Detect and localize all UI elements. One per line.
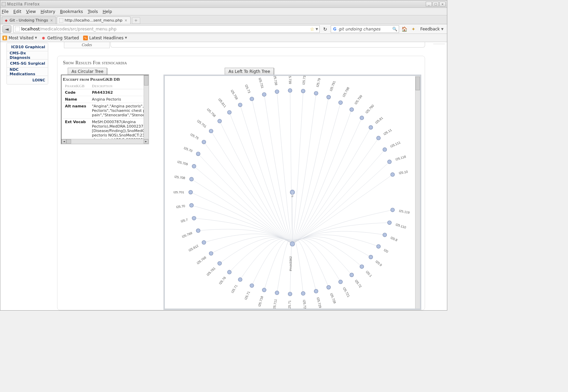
svg-point-72 bbox=[301, 89, 305, 93]
menu-file[interactable]: File bbox=[2, 9, 9, 14]
svg-text:I25.798: I25.798 bbox=[342, 87, 350, 98]
svg-text:I25.71: I25.71 bbox=[288, 300, 292, 309]
svg-point-34 bbox=[218, 261, 222, 265]
svg-point-48 bbox=[189, 177, 193, 181]
svg-point-36 bbox=[209, 251, 213, 255]
graph-vscrollbar[interactable] bbox=[415, 76, 420, 309]
svg-text:I25.718: I25.718 bbox=[257, 296, 264, 307]
feedback-button[interactable]: Feedback▼ bbox=[419, 27, 445, 31]
svg-text:I25.711: I25.711 bbox=[272, 299, 278, 309]
svg-point-0 bbox=[391, 208, 394, 212]
excerpt-hscrollbar[interactable]: ◄ ► bbox=[62, 139, 148, 144]
home-button[interactable]: 🏠 bbox=[401, 26, 408, 32]
sidebar-item-cms-dx[interactable]: CMS-Dx Diagnosis bbox=[7, 51, 48, 60]
svg-point-58 bbox=[218, 119, 222, 123]
svg-text:I25.761: I25.761 bbox=[206, 266, 216, 277]
svg-text:I25.75: I25.75 bbox=[190, 132, 199, 140]
bookmark-latest-headlines[interactable]: ∿ Latest Headlines ▼ bbox=[83, 36, 127, 40]
svg-point-26 bbox=[262, 288, 266, 292]
svg-text:I20.1: I20.1 bbox=[365, 270, 373, 278]
svg-point-88 bbox=[383, 148, 386, 152]
svg-point-86 bbox=[377, 136, 380, 140]
svg-text:I25.790: I25.790 bbox=[365, 104, 375, 114]
svg-text:I20.9: I20.9 bbox=[375, 260, 383, 267]
sidebar-item-loinc[interactable]: LOINC bbox=[7, 76, 48, 84]
svg-text:I25.709: I25.709 bbox=[177, 160, 188, 166]
url-input[interactable]: localhost/medicalcodes/src/present_menu.… bbox=[13, 25, 320, 33]
menu-edit[interactable]: Edit bbox=[13, 9, 21, 14]
menu-tools[interactable]: Tools bbox=[88, 9, 98, 14]
search-input[interactable]: G git undoing changes 🔍 bbox=[331, 25, 399, 33]
maximize-button[interactable]: □ bbox=[433, 2, 439, 6]
tree-graph[interactable]: I25.119I25.110I20.8I20I20.9I20.1I25.72I2… bbox=[163, 75, 421, 310]
svg-text:I25.738: I25.738 bbox=[273, 76, 278, 86]
sidebar-item-cms-sg[interactable]: CMS-SG Surgical bbox=[7, 60, 48, 68]
svg-text:I20.8: I20.8 bbox=[390, 236, 398, 242]
folder-icon: ▮ bbox=[2, 36, 7, 40]
url-dropdown-icon[interactable]: ▼ bbox=[316, 27, 318, 31]
search-text: git undoing changes bbox=[339, 27, 391, 31]
tab-git[interactable]: ◆ Git - Undoing Things × bbox=[2, 16, 56, 24]
svg-point-8 bbox=[369, 255, 373, 259]
firefox-icon: ● bbox=[41, 36, 46, 40]
bookmark-getting-started[interactable]: ● Getting Started bbox=[41, 36, 79, 40]
sidebar-item-icd10[interactable]: ICD10 Graphical bbox=[7, 43, 48, 51]
excerpt-vscrollbar[interactable] bbox=[144, 75, 148, 139]
svg-point-66 bbox=[262, 92, 266, 96]
ltr-tree-button[interactable]: As Left To Rigth Tree bbox=[225, 68, 274, 75]
table-header-b: Description bbox=[90, 83, 144, 89]
svg-point-2 bbox=[387, 221, 391, 224]
tab-close-icon[interactable]: × bbox=[124, 18, 128, 22]
svg-point-60 bbox=[227, 110, 231, 114]
close-button[interactable]: × bbox=[439, 2, 446, 6]
svg-point-10 bbox=[360, 265, 364, 269]
svg-point-90 bbox=[387, 160, 391, 164]
svg-point-4 bbox=[383, 233, 386, 237]
chevron-down-icon: ▼ bbox=[35, 36, 37, 39]
menu-view[interactable]: View bbox=[26, 9, 36, 14]
results-heading: Show Results For stenocardia bbox=[63, 60, 421, 66]
svg-point-52 bbox=[196, 152, 200, 156]
pharm-table: PharmKGB Description Code PA443362 Name bbox=[63, 83, 144, 139]
svg-text:I25.730: I25.730 bbox=[302, 76, 306, 85]
tab-localhost[interactable]: http://localho…sent_menu.php × bbox=[57, 16, 131, 24]
svg-text:PA443362: PA443362 bbox=[289, 256, 292, 271]
svg-point-97 bbox=[290, 242, 294, 246]
git-icon: ◆ bbox=[4, 18, 8, 23]
minimize-button[interactable]: _ bbox=[426, 2, 432, 6]
table-row: Name Angina Pectoris bbox=[63, 96, 144, 103]
menu-history[interactable]: History bbox=[41, 9, 55, 14]
svg-point-54 bbox=[202, 140, 206, 144]
svg-text:I25.7: I25.7 bbox=[180, 218, 188, 223]
bookmark-star-icon[interactable]: ☆ bbox=[310, 26, 314, 32]
menu-bookmarks[interactable]: Bookmarks bbox=[60, 9, 83, 14]
back-button[interactable]: ◄ bbox=[2, 25, 11, 33]
svg-text:I25.739: I25.739 bbox=[288, 76, 292, 84]
svg-point-14 bbox=[339, 280, 342, 284]
svg-text:I25.759: I25.759 bbox=[230, 89, 239, 100]
svg-text:I25.79: I25.79 bbox=[315, 78, 321, 87]
search-go-icon[interactable]: 🔍 bbox=[392, 27, 397, 31]
svg-point-38 bbox=[202, 240, 206, 244]
addon-button[interactable]: ✦ bbox=[410, 26, 417, 32]
svg-point-62 bbox=[238, 103, 242, 107]
svg-text:I25.71: I25.71 bbox=[244, 291, 251, 300]
sidebar-item-ndc[interactable]: NDC Medications bbox=[7, 68, 48, 76]
favicon-icon bbox=[15, 27, 20, 31]
menu-help[interactable]: Help bbox=[103, 9, 112, 14]
svg-point-42 bbox=[192, 216, 196, 220]
tab-close-icon[interactable]: × bbox=[50, 18, 54, 22]
url-text: localhost/medicalcodes/src/present_menu.… bbox=[21, 27, 308, 31]
codes-tab[interactable]: Codes bbox=[64, 42, 110, 48]
svg-point-68 bbox=[275, 90, 279, 93]
svg-text:I25.81: I25.81 bbox=[374, 116, 384, 125]
table-row: Alt names "Angina","Angina pectoris","An… bbox=[63, 103, 144, 119]
svg-point-74 bbox=[314, 91, 318, 95]
bookmark-most-visited[interactable]: ▮ Most Visited ▼ bbox=[2, 36, 37, 40]
new-tab-button[interactable]: + bbox=[132, 17, 140, 24]
svg-text:I25.791: I25.791 bbox=[329, 80, 336, 92]
reload-button[interactable]: ↻ bbox=[322, 26, 329, 32]
svg-point-78 bbox=[339, 101, 342, 104]
circular-tree-button[interactable]: As Circular Tree bbox=[68, 68, 107, 75]
svg-point-70 bbox=[288, 89, 292, 92]
